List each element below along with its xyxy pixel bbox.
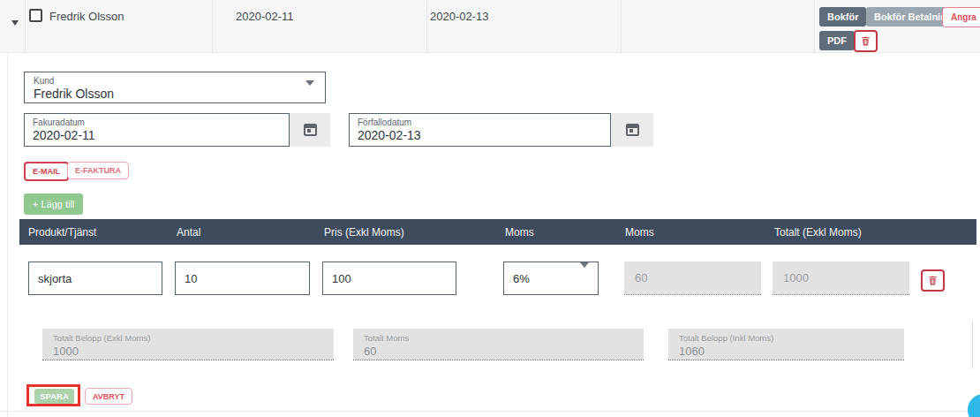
total-exkl-moms-value: 1000 (53, 345, 334, 358)
header-moms: Moms (625, 226, 654, 239)
totalt-input (773, 262, 909, 295)
bottom-divider (0, 411, 980, 412)
expand-caret-icon[interactable] (11, 13, 19, 29)
email-button[interactable]: E-MAIL (24, 162, 69, 181)
header-produkt: Produkt/Tjänst (28, 226, 96, 239)
annotation-highlight-rect (26, 384, 80, 406)
antal-input[interactable] (175, 262, 310, 295)
total-moms-box: Totalt Moms 60 (353, 329, 644, 360)
right-divider (972, 321, 973, 368)
trash-icon (860, 35, 871, 47)
total-inkl-moms-label: Totalt Belopp (Inkl Moms) (679, 333, 904, 343)
lagg-till-button[interactable]: + Lägg till (24, 193, 83, 215)
forfallodatum-calendar-button[interactable] (611, 113, 653, 147)
column-divider (621, 0, 622, 53)
chevron-down-icon (305, 86, 314, 102)
header-moms-pct: Moms (505, 226, 534, 239)
produkt-input[interactable] (28, 262, 162, 295)
invoice-list-row: Fredrik Olsson 2020-02-11 2020-02-13 Bok… (0, 0, 980, 53)
total-inkl-moms-value: 1060 (679, 345, 904, 358)
chevron-down-icon (580, 268, 589, 281)
moms-select-value: 6% (513, 272, 530, 285)
invoice-edit-page: Fredrik Olsson 2020-02-11 2020-02-13 Bok… (0, 0, 980, 417)
kund-label: Kund (34, 76, 316, 86)
total-exkl-moms-label: Totalt Belopp (Exkl Moms) (53, 333, 334, 343)
left-divider (7, 0, 8, 417)
line-items-header: Produkt/Tjänst Antal Pris (Exkl Moms) Mo… (19, 219, 976, 245)
column-divider (25, 0, 26, 53)
moms-belopp-input (624, 262, 761, 295)
chat-fab-button[interactable] (968, 394, 980, 417)
kund-select[interactable]: Kund Fredrik Olsson (24, 72, 326, 103)
column-divider (212, 0, 213, 53)
pdf-button[interactable]: PDF (819, 31, 855, 50)
efaktura-button[interactable]: E-FAKTURA (67, 162, 129, 179)
total-moms-value: 60 (364, 345, 644, 358)
bokfor-button[interactable]: Bokför (819, 7, 866, 27)
row-checkbox[interactable] (29, 9, 42, 22)
forfallodatum-value: 2020-02-13 (358, 128, 421, 142)
delete-invoice-button[interactable] (854, 30, 878, 52)
delete-row-button[interactable] (921, 269, 945, 292)
column-divider (814, 0, 815, 53)
row-customer-name: Fredrik Olsson (49, 10, 124, 23)
header-pris: Pris (Exkl Moms) (324, 226, 404, 239)
total-moms-label: Totalt Moms (364, 333, 644, 343)
row-due-date: 2020-02-13 (430, 10, 489, 23)
pris-input[interactable] (322, 262, 456, 295)
forfallodatum-label: Förfallodatum (358, 118, 602, 127)
forfallodatum-input[interactable]: Förfallodatum 2020-02-13 (349, 113, 611, 147)
moms-select[interactable]: 6% (503, 262, 599, 295)
trash-icon (927, 275, 939, 286)
column-divider (426, 0, 427, 53)
fakturadatum-label: Fakuradatum (33, 118, 281, 127)
header-totalt: Totalt (Exkl Moms) (774, 226, 862, 239)
fakturadatum-input[interactable]: Fakuradatum 2020-02-11 (24, 113, 290, 147)
row-invoice-date: 2020-02-11 (236, 10, 294, 23)
fakturadatum-calendar-button[interactable] (290, 113, 330, 147)
angra-button[interactable]: Angra (942, 7, 980, 27)
header-antal: Antal (177, 226, 200, 239)
total-inkl-moms-box: Totalt Belopp (Inkl Moms) 1060 (668, 329, 904, 360)
calendar-icon (626, 124, 639, 136)
avbryt-button[interactable]: AVBRYT (85, 388, 132, 405)
fakturadatum-value: 2020-02-11 (33, 128, 95, 142)
kund-value: Fredrik Olsson (34, 87, 114, 101)
total-exkl-moms-box: Totalt Belopp (Exkl Moms) 1000 (42, 329, 334, 360)
calendar-icon (304, 124, 317, 136)
